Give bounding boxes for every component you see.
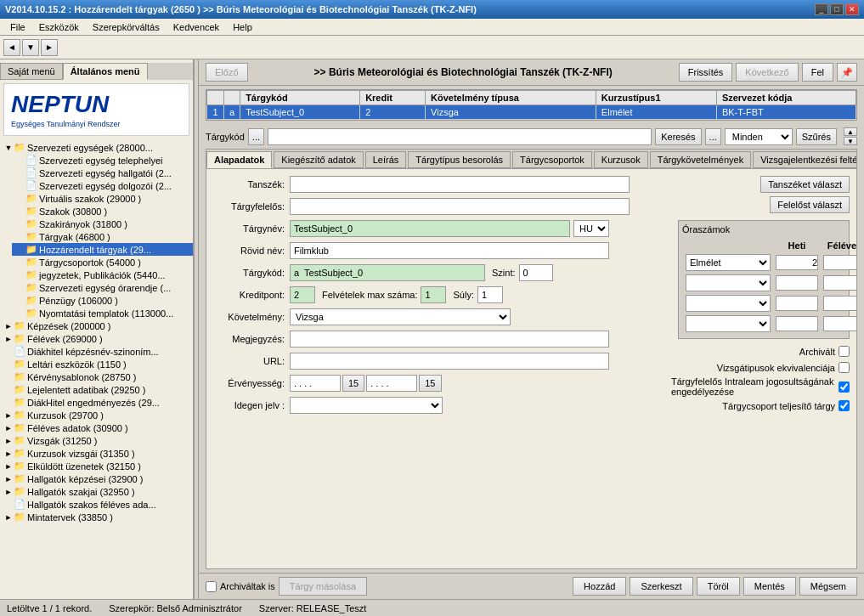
tree-item-hkepzesek[interactable]: ► 📁 Hallgatók képzései (32900 ) bbox=[0, 472, 193, 485]
hozzaad-button[interactable]: Hozzád bbox=[573, 577, 626, 596]
prev-button[interactable]: Előző bbox=[206, 63, 248, 82]
tree-item-kurzusok[interactable]: ► 📁 Kurzusok (29700 ) bbox=[0, 409, 193, 421]
dots2-button[interactable]: ... bbox=[705, 128, 721, 145]
menu-szerepkor[interactable]: Szerepkörváltás bbox=[86, 20, 167, 34]
expand-icon[interactable]: ► bbox=[3, 423, 14, 433]
tree-item-hozzarendelt[interactable]: 📁 Hozzárendelt tárgyak (29... bbox=[12, 243, 193, 256]
tree-expand-icon[interactable]: ▼ bbox=[3, 143, 14, 153]
szures-button[interactable]: Szűrés bbox=[796, 128, 837, 145]
menu-eszkozok[interactable]: Eszközök bbox=[32, 20, 86, 34]
felelost-valaszt-button[interactable]: Felelőst választ bbox=[770, 196, 850, 213]
torol-button[interactable]: Töröl bbox=[697, 577, 740, 596]
url-input[interactable] bbox=[290, 353, 609, 370]
tree-item-mintatervek[interactable]: ► 📁 Mintatervek (33850 ) bbox=[0, 511, 193, 523]
targyfelelős-input[interactable] bbox=[290, 198, 630, 215]
tab-leiras[interactable]: Leírás bbox=[365, 151, 407, 168]
rovid-nev-input[interactable] bbox=[290, 242, 609, 259]
table-row[interactable]: 1 a TestSubject_0 2 Vizsga Elmélet BK-T-… bbox=[207, 105, 856, 120]
keresés-button[interactable]: Keresés bbox=[655, 128, 701, 145]
expand-icon[interactable]: ► bbox=[3, 449, 14, 459]
col-header-kredit[interactable]: Kredit bbox=[360, 91, 426, 105]
col-header-tgycode[interactable]: Tárgykód bbox=[240, 91, 360, 105]
tree-item-penzugy[interactable]: 📁 Pénzügy (106000 ) bbox=[12, 294, 193, 307]
tanszek-input[interactable] bbox=[290, 176, 630, 193]
megjegyzes-input[interactable] bbox=[290, 331, 609, 348]
maximize-button[interactable]: □ bbox=[830, 3, 844, 15]
megsem-button[interactable]: Mégsem bbox=[799, 577, 857, 596]
pin-button[interactable]: 📌 bbox=[837, 63, 857, 82]
back-button[interactable]: ◄ bbox=[3, 39, 20, 56]
tree-item-orarend[interactable]: 📁 Szervezeti egység órarendje (... bbox=[12, 281, 193, 294]
sidebar-tab-sajat[interactable]: Saját menü bbox=[0, 63, 63, 80]
erv-from-input[interactable] bbox=[290, 375, 341, 392]
row2-type-select[interactable] bbox=[686, 274, 771, 291]
row2-heti[interactable] bbox=[776, 275, 818, 291]
row3-type-select[interactable] bbox=[686, 295, 771, 312]
tree-item-szervegys[interactable]: ▼ 📁 Szervezeti egységek (28000... bbox=[0, 141, 193, 154]
tree-item-kepzesek[interactable]: ► 📁 Képzések (200000 ) bbox=[0, 319, 193, 332]
tree-item-targyak[interactable]: 📁 Tárgyak (46800 ) bbox=[12, 230, 193, 243]
tree-item-leltari[interactable]: 📁 Leltári eszközök (1150 ) bbox=[0, 358, 193, 370]
tree-item-hallgatok[interactable]: 📄 Szervezeti egység hallgatói (2... bbox=[12, 167, 193, 179]
col-header-kovtype[interactable]: Követelmény típusa bbox=[426, 91, 596, 105]
expand-icon[interactable]: ► bbox=[3, 461, 14, 472]
tree-item-telephely[interactable]: 📄 Szervezeti egység telephelyei bbox=[12, 154, 193, 167]
sort-down-button[interactable]: ▼ bbox=[844, 137, 857, 145]
tree-item-lejelentett[interactable]: 📁 Lejelentett adatibak (29250 ) bbox=[0, 383, 193, 396]
heti-input[interactable] bbox=[776, 255, 818, 270]
forward-button[interactable]: ► bbox=[41, 39, 58, 56]
tab-tcsoportok[interactable]: Tárgycsoportok bbox=[512, 151, 592, 168]
menu-kedvencek[interactable]: Kedvencek bbox=[167, 20, 226, 34]
cell-tgycode[interactable]: TestSubject_0 bbox=[240, 105, 360, 120]
expand-icon[interactable]: ► bbox=[3, 410, 14, 421]
targy-masolasa-button[interactable]: Tárgy másolása bbox=[279, 577, 367, 596]
erv-to-calendar-button[interactable]: 15 bbox=[419, 375, 441, 392]
tab-kurzusok[interactable]: Kurzusok bbox=[594, 151, 648, 168]
targy-nev-input[interactable] bbox=[290, 220, 570, 237]
search-dots-button[interactable]: ... bbox=[248, 128, 264, 145]
tree-item-hszakok[interactable]: ► 📁 Hallgatók szakjai (32950 ) bbox=[0, 485, 193, 498]
tree-item-jegyzetek[interactable]: 📁 jegyzetek, Publikációk (5440... bbox=[12, 268, 193, 281]
tab-vizsgafeltetel[interactable]: Vizsgajelentkezési feltételek bbox=[753, 151, 856, 168]
tab-kiegeszito[interactable]: Kiegészítő adatok bbox=[274, 151, 363, 168]
tree-item-kervsabl[interactable]: 📁 Kérvénysablonok (28750 ) bbox=[0, 370, 193, 383]
elmelet-type-select[interactable]: Elmélet bbox=[686, 254, 771, 271]
expand-icon[interactable]: ► bbox=[3, 436, 14, 446]
felvetel-max-input[interactable] bbox=[421, 286, 446, 303]
suly-input[interactable] bbox=[477, 286, 503, 303]
archivalt-checkbox[interactable] bbox=[839, 346, 850, 357]
tree-item-diakhitel[interactable]: 📄 Diákhitel képzésnév-szinoním... bbox=[0, 345, 193, 358]
refresh-button[interactable]: Frissítés bbox=[679, 63, 733, 82]
row3-feleves[interactable] bbox=[823, 296, 856, 311]
tree-item-dolg[interactable]: 📄 Szervezeti egység dolgozói (2... bbox=[12, 179, 193, 192]
up-button[interactable]: Fel bbox=[802, 63, 833, 82]
tree-item-kvizsgak[interactable]: ► 📁 Kurzusok vizsgái (31350 ) bbox=[0, 447, 193, 460]
feleves-input[interactable] bbox=[823, 255, 856, 270]
tree-item-szakiranyk[interactable]: 📁 Szakirányok (31800 ) bbox=[12, 218, 193, 230]
szerkeszt-button[interactable]: Szerkeszt bbox=[630, 577, 692, 596]
tab-alapadatok[interactable]: Alapadatok bbox=[206, 151, 272, 168]
sort-up-button[interactable]: ▲ bbox=[844, 127, 857, 136]
row2-feleves[interactable] bbox=[823, 275, 856, 291]
minden-select[interactable]: Minden bbox=[725, 128, 793, 145]
tree-item-felevek[interactable]: ► 📁 Félévek (269000 ) bbox=[0, 332, 193, 345]
kredit-input[interactable] bbox=[290, 286, 315, 303]
row4-type-select[interactable] bbox=[686, 315, 771, 332]
expand-icon[interactable]: ► bbox=[3, 321, 14, 331]
kovetelmeny-select[interactable]: Vizsga bbox=[290, 308, 511, 325]
erv-to-input[interactable] bbox=[366, 375, 417, 392]
minimize-button[interactable]: _ bbox=[815, 3, 828, 15]
menu-file[interactable]: File bbox=[3, 20, 32, 34]
expand-icon[interactable]: ► bbox=[3, 512, 14, 523]
expand-icon[interactable]: ► bbox=[3, 487, 14, 497]
tree-item-szakok[interactable]: 📁 Szakok (30800 ) bbox=[12, 205, 193, 218]
row4-heti[interactable] bbox=[776, 316, 818, 331]
vizsgatipus-checkbox[interactable] bbox=[839, 362, 850, 373]
tree-item-nyomtatas[interactable]: 📁 Nyomtatási templatok (113000... bbox=[12, 307, 193, 319]
tab-targytype[interactable]: Tárgytípus besorolás bbox=[408, 151, 511, 168]
dropdown-button[interactable]: ▼ bbox=[22, 39, 39, 56]
tree-item-diakhitenged[interactable]: 📁 DiákHitel engedményezés (29... bbox=[0, 396, 193, 409]
erv-from-calendar-button[interactable]: 15 bbox=[342, 375, 364, 392]
tab-tkovtelm[interactable]: Tárgykövetelmények bbox=[650, 151, 752, 168]
expand-icon[interactable]: ► bbox=[3, 474, 14, 484]
